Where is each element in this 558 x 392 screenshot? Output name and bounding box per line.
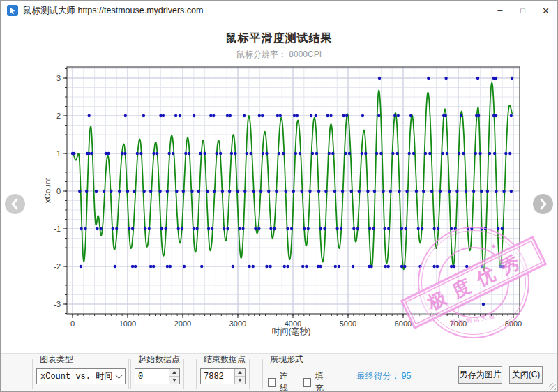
final-score-value: 95 (402, 371, 412, 381)
prev-chart-button[interactable] (5, 194, 25, 214)
checkbox-connect-line[interactable] (268, 378, 276, 387)
svg-text:1: 1 (56, 149, 61, 158)
end-point-group: 结束数据点 (196, 359, 250, 389)
resize-grip[interactable] (549, 383, 556, 390)
svg-text:5000: 5000 (340, 319, 356, 328)
svg-text:0: 0 (70, 319, 75, 328)
svg-text:-2: -2 (54, 262, 61, 271)
final-score: 最终得分：95 (356, 370, 411, 382)
chart-type-group: 图表类型 xCount vs. 时间 (32, 359, 129, 389)
app-window: 0100020003000400050006000700080003210-1-… (0, 0, 558, 392)
svg-text:1000: 1000 (119, 319, 136, 328)
svg-text:2: 2 (56, 112, 61, 120)
start-point-label: 起始数据点 (136, 354, 182, 365)
checkbox-fill[interactable] (303, 378, 311, 387)
checkbox-fill-label: 填充 (315, 370, 329, 392)
svg-text:0: 0 (56, 187, 61, 195)
close-button[interactable]: 关闭(C) (509, 366, 543, 384)
svg-text:xCount: xCount (43, 177, 52, 203)
svg-text:7000: 7000 (450, 319, 467, 328)
final-score-label: 最终得分： (356, 371, 400, 381)
minimize-icon[interactable]: − (488, 1, 511, 20)
svg-text:6000: 6000 (395, 319, 412, 328)
bottom-toolbar: 图表类型 xCount vs. 时间 起始数据点 结束数据点 (1, 353, 557, 391)
spin-down-icon[interactable] (235, 376, 245, 384)
chevron-right-icon (533, 194, 553, 214)
next-chart-button[interactable] (533, 194, 553, 214)
svg-text:2000: 2000 (174, 319, 191, 328)
spin-up-icon[interactable] (235, 369, 245, 376)
spin-up-icon[interactable] (169, 369, 179, 376)
spin-down-icon[interactable] (169, 376, 179, 384)
checkbox-connect-line-label: 连线 (280, 370, 293, 392)
svg-text:-3: -3 (54, 300, 61, 308)
close-icon[interactable]: ✕ (534, 1, 557, 20)
svg-text:-1: -1 (54, 225, 61, 233)
app-logo-icon (7, 5, 18, 16)
svg-text:3: 3 (56, 74, 61, 82)
svg-text:时间(毫秒): 时间(毫秒) (272, 326, 311, 336)
chart-type-select[interactable]: xCount vs. 时间 (36, 368, 126, 384)
start-point-input[interactable] (135, 369, 169, 384)
save-as-image-button[interactable]: 另存为图片 (458, 366, 502, 384)
chart-type-value: xCount vs. 时间 (37, 370, 112, 382)
svg-text:8000: 8000 (505, 319, 522, 328)
start-point-group: 起始数据点 (130, 359, 184, 389)
window-title: 鼠标测试大师 https://testmouse.mydrivers.com (23, 5, 203, 17)
chart-type-label: 图表类型 (38, 354, 75, 365)
chart-subtitle: 鼠标分辨率： 8000CPI (1, 49, 557, 61)
end-point-label: 结束数据点 (202, 354, 248, 365)
display-form-label: 展现形式 (268, 354, 306, 365)
display-form-group: 展现形式 连线 填充 (262, 359, 335, 389)
title-bar: 鼠标测试大师 https://testmouse.mydrivers.com −… (1, 1, 557, 20)
maximize-icon[interactable]: □ (511, 1, 534, 20)
chart-title: 鼠标平滑度测试结果 (1, 31, 557, 46)
chevron-down-icon (112, 374, 125, 379)
svg-text:3000: 3000 (229, 319, 246, 328)
chevron-left-icon (5, 194, 25, 214)
end-point-input[interactable] (201, 369, 234, 384)
